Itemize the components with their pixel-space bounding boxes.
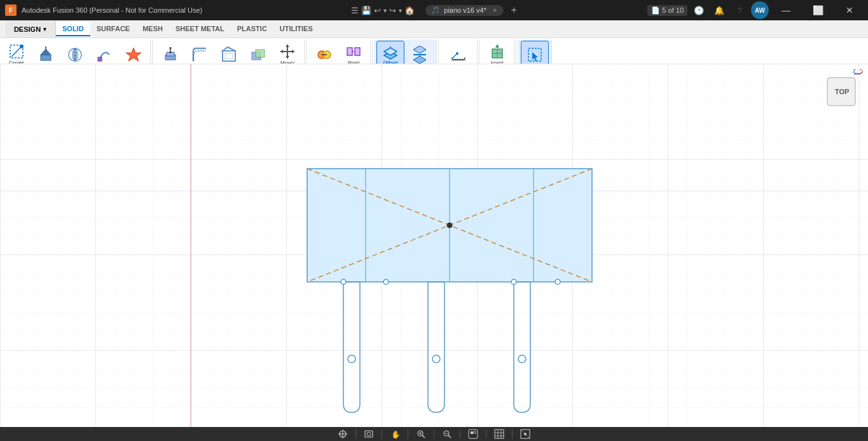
redo-dropdown[interactable]: ▾ <box>399 7 402 14</box>
sep-5 <box>460 430 460 438</box>
grid-btn[interactable] <box>490 428 508 440</box>
press-pull-icon <box>162 46 179 64</box>
clock-btn[interactable]: 🕐 <box>690 1 708 19</box>
zoom-btn[interactable] <box>438 428 456 440</box>
view-cube[interactable]: Z X TOP <box>822 69 863 113</box>
snap-btn[interactable] <box>516 428 534 440</box>
file-tab[interactable]: 🎵 piano v16 v4* × <box>425 5 503 16</box>
svg-rect-9 <box>98 57 102 61</box>
select-tool-icon <box>526 46 544 64</box>
svg-line-63 <box>422 435 425 438</box>
sep-4 <box>434 430 434 438</box>
notification-btn[interactable]: 🔔 <box>710 1 728 19</box>
connector-1 <box>341 279 346 284</box>
redo-btn[interactable]: ↪ <box>389 6 396 15</box>
file-icon: 🎵 <box>431 6 440 15</box>
tab-plastic[interactable]: PLASTIC <box>231 22 273 36</box>
app-title: Autodesk Fusion 360 (Personal - Not for … <box>22 6 202 14</box>
fillet-icon <box>191 46 209 64</box>
svg-rect-17 <box>225 53 233 59</box>
svg-rect-3 <box>41 55 51 60</box>
add-tab-btn[interactable]: + <box>511 4 516 16</box>
cube-label: TOP <box>835 88 849 95</box>
tab-mesh[interactable]: MESH <box>136 22 169 36</box>
extrude-icon <box>37 46 55 64</box>
undo-btn[interactable]: ↩ <box>374 6 381 15</box>
z-axis-label: Z <box>853 69 856 74</box>
joint-icon <box>315 46 333 64</box>
explode-icon <box>125 46 142 64</box>
svg-rect-70 <box>471 431 473 434</box>
capture-btn[interactable] <box>360 428 378 440</box>
svg-marker-25 <box>280 50 283 53</box>
undo-dropdown[interactable]: ▾ <box>383 7 387 14</box>
sep-2 <box>382 430 382 438</box>
design-mode-dropdown[interactable]: DESIGN ▾ <box>5 20 56 38</box>
design-mode-label: DESIGN <box>14 25 41 33</box>
svg-marker-14 <box>169 47 172 48</box>
measure-icon <box>450 46 467 64</box>
insert-mesh-icon <box>488 43 506 60</box>
center-point <box>447 223 452 228</box>
svg-marker-10 <box>126 48 141 61</box>
connector-4 <box>555 279 560 284</box>
svg-rect-20 <box>256 50 265 57</box>
title-bar-left: F Autodesk Fusion 360 (Personal - Not fo… <box>0 4 202 16</box>
user-avatar[interactable]: AW <box>751 1 769 19</box>
sep-6 <box>486 430 486 438</box>
title-bar: F Autodesk Fusion 360 (Personal - Not fo… <box>0 0 868 20</box>
app-icon: F <box>5 4 17 16</box>
svg-point-48 <box>456 52 458 55</box>
svg-marker-26 <box>292 50 294 53</box>
tab-surface[interactable]: SURFACE <box>90 22 137 36</box>
version-label: 5 of 10 <box>662 6 684 14</box>
file-name: piano v16 v4* <box>444 6 486 14</box>
create-sketch-icon <box>8 43 25 60</box>
svg-marker-54 <box>532 52 538 61</box>
x-axis-label: X <box>859 69 863 72</box>
sep-1 <box>355 430 356 438</box>
quick-access-btn[interactable]: ☰ <box>351 6 359 15</box>
maximize-btn[interactable]: ⬜ <box>803 0 832 20</box>
canvas[interactable] <box>0 64 868 427</box>
svg-marker-24 <box>286 56 289 59</box>
nav-right: 📄 5 of 10 🕐 🔔 ? AW — ⬜ ✕ <box>647 0 868 20</box>
ribbon-tabs: DESIGN ▾ SOLID SURFACE MESH SHEET METAL … <box>0 20 868 38</box>
move-icon <box>279 43 296 60</box>
svg-marker-23 <box>286 45 289 47</box>
zoom-fit-btn[interactable] <box>412 428 430 440</box>
svg-marker-52 <box>495 44 499 48</box>
rigid-group-icon <box>345 43 362 60</box>
display-btn[interactable] <box>464 428 482 440</box>
svg-text:✋: ✋ <box>391 430 400 439</box>
minimize-btn[interactable]: — <box>771 0 801 20</box>
svg-point-79 <box>524 433 527 435</box>
svg-marker-18 <box>223 47 235 51</box>
tab-sheet-metal[interactable]: SHEET METAL <box>169 22 231 36</box>
midplane-icon <box>411 46 429 64</box>
offset-plane-icon <box>382 43 399 60</box>
revolve-icon <box>66 46 84 64</box>
sep-7 <box>512 430 513 438</box>
svg-marker-4 <box>41 49 51 55</box>
svg-rect-31 <box>355 48 360 55</box>
version-indicator[interactable]: 📄 5 of 10 <box>647 5 687 16</box>
home-btn[interactable]: 🏠 <box>404 6 415 15</box>
svg-point-60 <box>367 432 371 436</box>
tab-solid[interactable]: SOLID <box>56 22 90 36</box>
file-tab-close[interactable]: × <box>493 6 497 14</box>
pan-btn[interactable]: ✋ <box>386 428 404 440</box>
svg-point-2 <box>20 45 24 48</box>
connector-2 <box>383 279 389 284</box>
status-bar: ✋ <box>0 427 868 441</box>
close-btn[interactable]: ✕ <box>835 0 864 20</box>
connector-3 <box>511 279 516 284</box>
help-btn[interactable]: ? <box>731 1 748 19</box>
tab-utilities[interactable]: UTILITIES <box>273 22 319 36</box>
title-bar-center: ☰ 💾 ↩ ▾ ↪ ▾ 🏠 🎵 piano v16 v4* × + <box>351 4 516 16</box>
shell-icon <box>220 46 238 64</box>
svg-line-67 <box>448 435 451 438</box>
transform-btn[interactable] <box>334 428 352 440</box>
save-btn[interactable]: 💾 <box>361 6 371 15</box>
version-icon: 📄 <box>651 6 660 15</box>
